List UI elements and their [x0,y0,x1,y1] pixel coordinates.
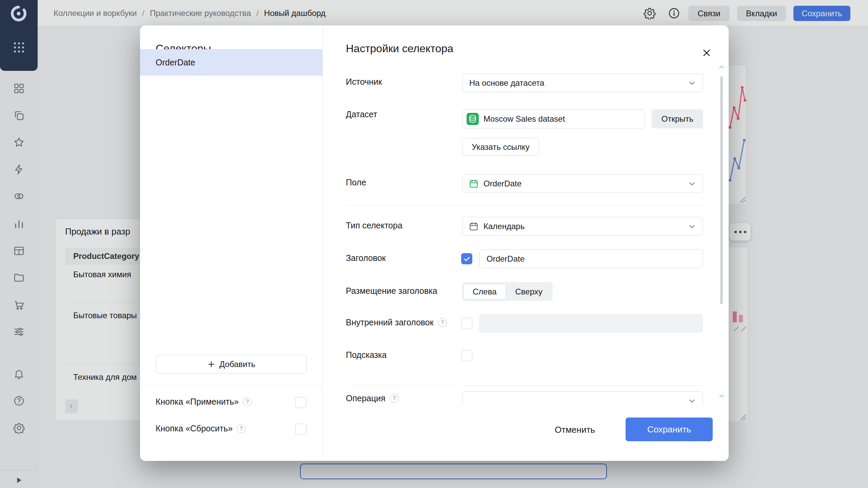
selector-item-label: OrderDate [156,58,195,67]
title-input[interactable] [479,249,703,268]
inner-title-help-icon[interactable]: ? [438,318,447,327]
dialog-footer: Отменить Сохранить [323,405,729,461]
dataset-link-button[interactable]: Указать ссылку [462,138,539,156]
source-select[interactable]: На основе датасета [462,74,703,92]
chevron-down-icon [688,79,696,87]
source-value: На основе датасета [469,78,544,88]
dataset-input[interactable]: Moscow Sales dataset [462,109,645,128]
inner-title-row: Внутренний заголовок ? [346,318,447,327]
inner-title-input [479,314,703,333]
apply-help-icon[interactable]: ? [243,398,252,406]
scroll-up-icon[interactable] [718,63,725,71]
settings-divider [346,205,703,206]
hint-label: Подсказка [346,350,387,360]
reset-button-row: Кнопка «Сбросить» ? [156,424,245,433]
selectors-list-panel: Селекторы OrderDate Добавить Кнопка «При… [140,25,323,461]
cancel-button[interactable]: Отменить [549,418,601,442]
date-field-calendar-icon [469,179,479,189]
field-label: Поле [346,178,366,187]
operation-help-icon[interactable]: ? [390,394,399,403]
dataset-icon [467,113,479,125]
selector-type-value: Календарь [484,222,525,231]
selector-list-item-orderdate[interactable]: OrderDate [140,49,322,76]
chevron-down-icon [688,179,696,188]
scroll-down-icon[interactable] [718,392,725,400]
calendar-icon [469,221,479,231]
app-window: Коллекции и воркбуки / Практические руко… [0,0,868,488]
selector-type-label: Тип селектора [346,221,402,230]
inner-title-label: Внутренний заголовок [346,318,434,327]
add-selector-label: Добавить [219,360,255,369]
placement-label: Размещение заголовка [346,286,437,296]
dataset-label: Датасет [346,109,377,119]
reset-button-label: Кнопка «Сбросить» [156,424,233,433]
apply-button-checkbox[interactable] [295,397,307,408]
add-selector-button[interactable]: Добавить [156,355,307,373]
operation-label: Операция [346,393,386,403]
inner-title-checkbox[interactable] [461,318,472,329]
title-label: Заголовок [346,253,386,263]
selector-settings-dialog: Селекторы OrderDate Добавить Кнопка «При… [140,25,729,461]
left-panel-divider [140,385,322,386]
operation-row: Операция ? [346,393,399,403]
selector-type-select[interactable]: Календарь [462,217,703,236]
settings-panel-title: Настройки селектора [346,42,453,55]
placement-option-left[interactable]: Слева [463,284,506,300]
placement-segmented-control: Слева Сверху [462,282,553,301]
settings-divider [346,385,703,386]
reset-help-icon[interactable]: ? [237,424,245,433]
hint-checkbox[interactable] [461,350,472,361]
apply-button-label: Кнопка «Применить» [156,397,239,407]
chevron-down-icon [688,396,696,405]
scrollbar-thumb[interactable] [720,76,723,304]
source-label: Источник [346,77,382,87]
plus-icon [207,360,215,368]
chevron-down-icon [688,222,696,231]
field-value: OrderDate [484,179,521,188]
placement-option-top[interactable]: Сверху [507,284,551,300]
dialog-save-button[interactable]: Сохранить [626,418,713,441]
reset-button-checkbox[interactable] [295,424,307,435]
field-select[interactable]: OrderDate [462,174,703,193]
apply-button-row: Кнопка «Применить» ? [156,397,252,407]
dataset-value: Moscow Sales dataset [484,114,565,124]
close-icon[interactable] [699,45,714,61]
dataset-open-button[interactable]: Открыть [652,109,703,128]
title-checkbox[interactable] [461,253,472,264]
